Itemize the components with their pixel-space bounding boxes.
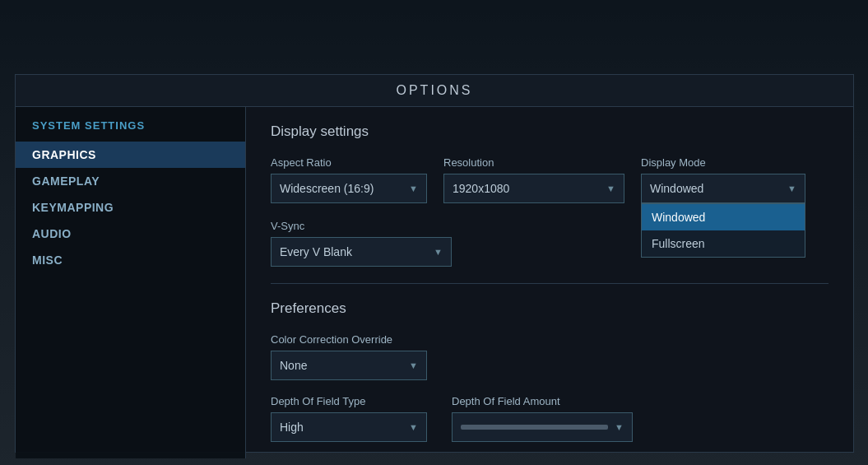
resolution-chevron-icon: ▼ [606, 184, 615, 193]
color-correction-chevron-icon: ▼ [409, 360, 418, 370]
dialog-title: OPTIONS [16, 75, 853, 107]
color-correction-label: Color Correction Override [271, 333, 427, 346]
dof-amount-group: Depth Of Field Amount ▼ [452, 395, 633, 442]
vsync-chevron-icon: ▼ [434, 247, 443, 257]
sidebar-heading: SYSTEM SETTINGS [16, 119, 245, 142]
sidebar-item-graphics[interactable]: GRAPHICS [16, 142, 245, 168]
resolution-dropdown[interactable]: 1920x1080 ▼ [443, 174, 624, 203]
display-settings-grid: Aspect Ratio Widescreen (16:9) ▼ Resolut… [271, 156, 829, 203]
vsync-value: Every V Blank [280, 245, 427, 258]
sidebar-item-misc[interactable]: MISC [16, 247, 245, 273]
dof-grid: Depth Of Field Type High ▼ Depth Of Fiel… [271, 395, 829, 442]
sidebar-item-audio[interactable]: AUDIO [16, 221, 245, 247]
aspect-ratio-value: Widescreen (16:9) [280, 182, 402, 195]
dof-type-group: Depth Of Field Type High ▼ [271, 395, 427, 442]
display-mode-option-windowed[interactable]: Windowed [642, 204, 805, 230]
vsync-group: V-Sync Every V Blank ▼ [271, 220, 452, 267]
color-correction-value: None [280, 359, 402, 372]
display-mode-chevron-icon: ▼ [787, 184, 796, 193]
sidebar: SYSTEM SETTINGS GRAPHICS GAMEPLAY KEYMAP… [16, 107, 246, 458]
display-mode-dropdown[interactable]: Windowed ▼ [641, 174, 805, 203]
vsync-label: V-Sync [271, 220, 452, 232]
dof-amount-chevron-icon: ▼ [615, 422, 624, 432]
options-dialog: OPTIONS SYSTEM SETTINGS GRAPHICS GAMEPLA… [15, 74, 854, 453]
dof-amount-fill [461, 425, 608, 430]
color-correction-group: Color Correction Override None ▼ [271, 333, 427, 380]
sidebar-item-gameplay[interactable]: GAMEPLAY [16, 168, 245, 194]
section-divider [271, 283, 829, 284]
display-settings-title: Display settings [271, 123, 829, 140]
aspect-ratio-group: Aspect Ratio Widescreen (16:9) ▼ [271, 156, 427, 203]
dof-type-chevron-icon: ▼ [409, 422, 418, 432]
preferences-title: Preferences [271, 300, 829, 317]
preferences-section: Preferences Color Correction Override No… [271, 300, 829, 442]
aspect-ratio-dropdown[interactable]: Widescreen (16:9) ▼ [271, 174, 427, 203]
resolution-group: Resolution 1920x1080 ▼ [443, 156, 624, 203]
resolution-value: 1920x1080 [453, 182, 600, 195]
dof-amount-label: Depth Of Field Amount [452, 395, 633, 407]
dof-type-label: Depth Of Field Type [271, 395, 427, 407]
display-mode-label: Display Mode [641, 156, 805, 169]
aspect-ratio-label: Aspect Ratio [271, 156, 427, 169]
aspect-ratio-chevron-icon: ▼ [409, 184, 418, 193]
display-mode-group: Display Mode Windowed ▼ Windowed Fullscr… [641, 156, 805, 203]
resolution-label: Resolution [443, 156, 624, 169]
display-mode-option-fullscreen[interactable]: Fullscreen [642, 230, 805, 257]
dof-amount-slider[interactable]: ▼ [452, 412, 633, 442]
vsync-dropdown[interactable]: Every V Blank ▼ [271, 237, 452, 267]
sidebar-item-keymapping[interactable]: KEYMAPPING [16, 194, 245, 221]
color-correction-dropdown[interactable]: None ▼ [271, 351, 427, 380]
dof-type-dropdown[interactable]: High ▼ [271, 412, 427, 442]
display-mode-menu: Windowed Fullscreen [641, 203, 805, 258]
display-mode-value: Windowed [650, 182, 781, 195]
dof-type-value: High [280, 421, 402, 434]
preferences-grid: Color Correction Override None ▼ [271, 333, 829, 380]
dialog-body: SYSTEM SETTINGS GRAPHICS GAMEPLAY KEYMAP… [16, 107, 853, 458]
content-area: Display settings Aspect Ratio Widescreen… [246, 107, 853, 458]
